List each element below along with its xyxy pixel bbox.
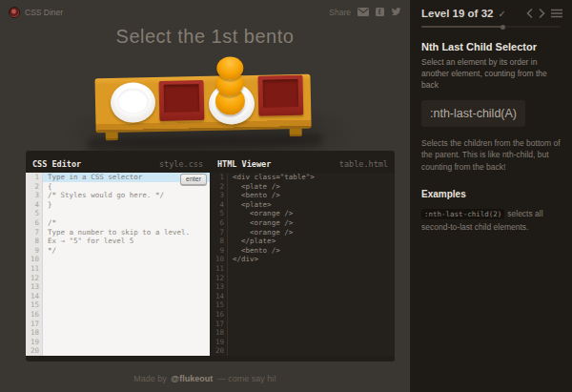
css-editor-line[interactable]: 12 (26, 274, 210, 283)
html-viewer-line: 10</div> (211, 255, 395, 264)
line-number: 17 (26, 320, 43, 329)
css-editor-line[interactable]: 14 (26, 292, 210, 301)
css-editor-line[interactable]: 10 (26, 255, 210, 264)
code-text (43, 346, 210, 356)
lesson-description: Selects the children from the bottom of … (421, 137, 561, 174)
code-text: Type a number to skip to a level. (43, 228, 210, 237)
level-header: Level 19 of 32 ✓ (410, 0, 572, 24)
css-editor-line[interactable]: 16 (26, 310, 210, 320)
share-label: Share (329, 8, 351, 17)
css-editor-line[interactable]: 8Ex → "5" for level 5 (26, 237, 210, 246)
level-label: Level 19 of 32 (421, 8, 493, 19)
menu-icon[interactable] (551, 9, 562, 18)
css-diner-app: CSS Diner Share f Select the 1st bento (0, 0, 572, 392)
css-editor-header: CSS Editor style.css (26, 155, 210, 173)
html-viewer-filename: table.html (339, 159, 388, 169)
html-viewer-line: 20 (211, 346, 395, 356)
html-viewer-panel: HTML Viewer table.html 1<div class="tabl… (211, 155, 395, 361)
instructions-sidebar: Level 19 of 32 ✓ Nth Last Child Selector (410, 0, 572, 392)
twitter-icon[interactable] (390, 8, 401, 17)
code-text: <plate /> (228, 182, 395, 192)
code-text (228, 264, 395, 274)
code-text: </plate> (228, 237, 395, 246)
next-level-button[interactable] (539, 9, 545, 18)
css-editor-line[interactable]: 3/* Styles would go here. */ (26, 191, 210, 200)
html-viewer-line: 9 <bento /> (211, 246, 395, 256)
line-number: 19 (211, 338, 228, 347)
code-text (43, 282, 210, 292)
example-code: :nth-last-child(2) (421, 209, 504, 219)
code-text: */ (43, 246, 210, 256)
line-number: 7 (26, 228, 43, 237)
code-text (228, 282, 395, 292)
code-text (228, 300, 395, 310)
html-viewer-line: 16 (211, 310, 395, 320)
code-text: Ex → "5" for level 5 (43, 237, 210, 246)
html-viewer-line: 19 (211, 338, 395, 347)
html-viewer-line: 2 <plate /> (211, 182, 395, 192)
line-number: 6 (26, 218, 43, 228)
line-number: 17 (211, 320, 228, 329)
footer-made-by: Made by (133, 374, 167, 383)
css-editor-line[interactable]: 7Type a number to skip to a level. (26, 228, 210, 237)
code-text (43, 264, 210, 274)
css-editor-line[interactable]: 15 (26, 300, 210, 310)
main-area: CSS Diner Share f Select the 1st bento (0, 0, 410, 392)
html-viewer-line: 6 <orange /> (211, 218, 395, 228)
code-text: <div class="table"> (228, 173, 395, 182)
html-viewer-header: HTML Viewer table.html (211, 155, 395, 173)
level-nav (526, 9, 562, 18)
line-number: 13 (211, 282, 228, 292)
plate-logo-icon[interactable] (9, 7, 20, 18)
code-text: <bento /> (228, 191, 395, 200)
css-editor-line[interactable]: 6/* (26, 218, 210, 228)
line-number: 19 (26, 338, 43, 347)
line-number: 3 (211, 191, 228, 200)
css-editor-line[interactable]: 4} (26, 200, 210, 210)
line-number: 15 (26, 300, 43, 310)
line-number: 18 (26, 328, 43, 338)
author-link[interactable]: @flukeout (171, 374, 213, 383)
selector-syntax-box: :nth-last-child(A) (421, 100, 525, 127)
code-text (43, 274, 210, 283)
bento-2[interactable] (257, 75, 303, 116)
code-text (228, 338, 395, 347)
bento-1[interactable] (159, 80, 205, 121)
code-text: /* (43, 218, 210, 228)
css-editor-line[interactable]: 18 (26, 328, 210, 338)
line-number: 20 (211, 346, 228, 356)
example-item: :nth-last-child(2)selects all second-to-… (421, 208, 561, 234)
progress-dot (500, 25, 505, 30)
line-number: 1 (26, 173, 43, 182)
html-viewer-line: 3 <bento /> (211, 191, 395, 200)
html-viewer-line: 7 <orange /> (211, 228, 395, 237)
css-editor-line[interactable]: 11 (26, 264, 210, 274)
editor-section: CSS Editor style.css enter 1Type in a CS… (26, 151, 395, 361)
html-viewer-line: 5 <orange /> (211, 209, 395, 218)
facebook-icon[interactable]: f (374, 8, 385, 17)
html-viewer-line: 15 (211, 300, 395, 310)
css-editor-line[interactable]: 9*/ (26, 246, 210, 256)
previous-level-button[interactable] (526, 9, 533, 18)
line-number: 4 (26, 200, 43, 210)
enter-button[interactable]: enter (180, 174, 207, 186)
line-number: 5 (211, 209, 228, 218)
line-number: 9 (26, 246, 43, 256)
css-editor-line[interactable]: 20 (26, 346, 210, 356)
line-number: 11 (26, 264, 43, 274)
css-editor-line[interactable]: 13 (26, 282, 210, 292)
css-editor-filename: style.css (159, 159, 203, 169)
code-text: <bento /> (228, 246, 395, 256)
code-text: </div> (228, 255, 395, 264)
code-text (228, 346, 395, 356)
css-editor-title: CSS Editor (32, 159, 81, 169)
css-editor-line[interactable]: 19 (26, 338, 210, 347)
html-viewer-title: HTML Viewer (217, 159, 271, 169)
table-scene (92, 53, 316, 150)
css-editor-line[interactable]: 17 (26, 320, 210, 329)
email-icon[interactable] (358, 8, 369, 17)
code-text (43, 320, 210, 329)
css-editor-input[interactable]: enter 1Type in a CSS selector2{3/* Style… (26, 173, 210, 356)
lesson-title: Nth Last Child Selector (421, 41, 561, 52)
css-editor-line[interactable]: 5 (26, 209, 210, 218)
